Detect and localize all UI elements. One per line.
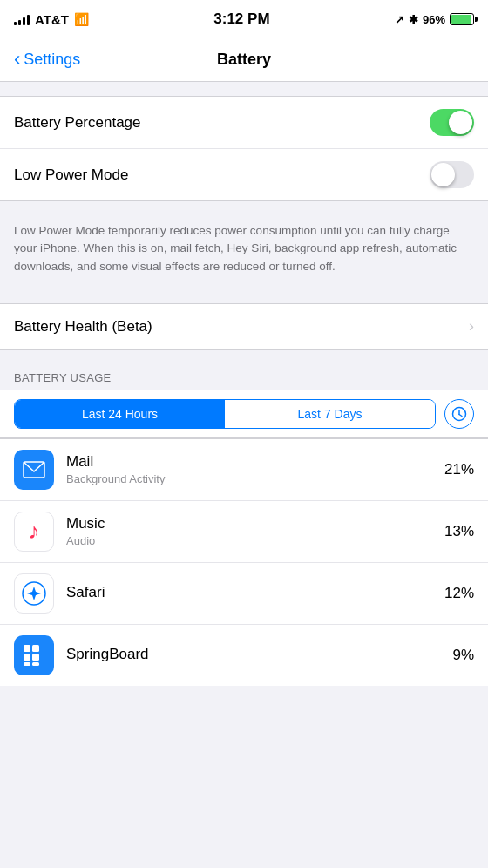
clock-button[interactable] xyxy=(444,399,474,429)
battery-percentage-toggle[interactable] xyxy=(430,109,474,136)
status-left: AT&T 📶 xyxy=(14,12,89,27)
springboard-app-icon xyxy=(14,635,54,675)
svg-line-2 xyxy=(459,414,462,416)
time-range-selector: Last 24 Hours Last 7 Days xyxy=(0,390,488,438)
tab-last-24-hours[interactable]: Last 24 Hours xyxy=(15,400,225,428)
music-note-icon: ♪ xyxy=(29,518,40,545)
svg-rect-9 xyxy=(32,654,39,661)
safari-app-pct: 12% xyxy=(444,585,474,602)
navigation-bar: ‹ Settings Battery xyxy=(0,38,488,82)
list-item[interactable]: SpringBoard 9% xyxy=(0,625,488,686)
music-app-sub: Audio xyxy=(66,534,444,547)
status-right: ↗ ✱ 96% xyxy=(395,13,474,26)
music-app-icon: ♪ xyxy=(14,512,54,552)
battery-percentage-row: Battery Percentage xyxy=(0,97,488,149)
segmented-control: Last 24 Hours Last 7 Days xyxy=(14,399,436,429)
mail-app-pct: 21% xyxy=(444,461,474,478)
list-item[interactable]: ♪ Music Audio 13% xyxy=(0,501,488,563)
battery-health-section: Battery Health (Beta) › xyxy=(0,303,488,350)
mail-app-sub: Background Activity xyxy=(66,472,444,485)
low-power-description: Low Power Mode temporarily reduces power… xyxy=(0,215,488,289)
svg-rect-8 xyxy=(24,654,30,661)
safari-app-icon xyxy=(14,573,54,614)
chevron-right-icon: › xyxy=(469,317,474,336)
toggle-knob-low-power xyxy=(431,163,455,186)
safari-compass-icon xyxy=(21,580,47,607)
battery-percentage: 96% xyxy=(423,13,445,26)
mail-app-name: Mail xyxy=(66,453,444,471)
mail-app-info: Mail Background Activity xyxy=(66,453,444,485)
content-area: Battery Percentage Low Power Mode Low Po… xyxy=(0,82,488,686)
back-label: Settings xyxy=(24,51,80,69)
svg-rect-6 xyxy=(24,645,30,652)
music-app-pct: 13% xyxy=(444,523,474,540)
battery-settings-section: Battery Percentage Low Power Mode xyxy=(0,96,488,201)
music-app-name: Music xyxy=(66,515,444,532)
toggle-knob xyxy=(449,111,472,134)
svg-rect-7 xyxy=(32,645,39,652)
battery-icon xyxy=(450,13,474,25)
low-power-mode-toggle[interactable] xyxy=(430,161,474,188)
svg-rect-10 xyxy=(24,662,30,666)
clock-icon xyxy=(451,406,467,422)
battery-health-label: Battery Health (Beta) xyxy=(14,318,152,336)
battery-health-row[interactable]: Battery Health (Beta) › xyxy=(0,304,488,349)
svg-rect-11 xyxy=(32,662,39,666)
battery-fill xyxy=(451,15,471,24)
music-app-info: Music Audio xyxy=(66,515,444,547)
springboard-app-pct: 9% xyxy=(452,647,474,664)
status-time: 3:12 PM xyxy=(214,10,269,28)
tab-last-7-days[interactable]: Last 7 Days xyxy=(225,400,435,428)
svg-marker-5 xyxy=(27,587,41,600)
signal-icon xyxy=(14,13,30,25)
springboard-app-info: SpringBoard xyxy=(66,646,452,665)
status-bar: AT&T 📶 3:12 PM ↗ ✱ 96% xyxy=(0,0,488,38)
battery-usage-header: BATTERY USAGE xyxy=(0,364,488,390)
mail-envelope-icon xyxy=(23,461,45,478)
list-item[interactable]: Mail Background Activity 21% xyxy=(0,439,488,501)
springboard-app-name: SpringBoard xyxy=(66,646,452,663)
carrier-label: AT&T xyxy=(35,12,69,27)
battery-percentage-label: Battery Percentage xyxy=(14,114,141,132)
springboard-icon xyxy=(22,643,46,668)
back-chevron-icon: ‹ xyxy=(14,50,20,69)
list-item[interactable]: Safari 12% xyxy=(0,563,488,625)
mail-app-icon xyxy=(14,450,54,490)
low-power-mode-row: Low Power Mode xyxy=(0,149,488,200)
page-title: Battery xyxy=(217,51,271,69)
low-power-mode-label: Low Power Mode xyxy=(14,166,128,184)
safari-app-info: Safari xyxy=(66,584,444,603)
bluetooth-icon: ✱ xyxy=(409,13,418,26)
safari-app-name: Safari xyxy=(66,584,444,601)
location-icon: ↗ xyxy=(395,13,404,26)
wifi-icon: 📶 xyxy=(74,12,89,26)
back-button[interactable]: ‹ Settings xyxy=(14,51,80,69)
app-battery-list: Mail Background Activity 21% ♪ Music Aud… xyxy=(0,438,488,686)
